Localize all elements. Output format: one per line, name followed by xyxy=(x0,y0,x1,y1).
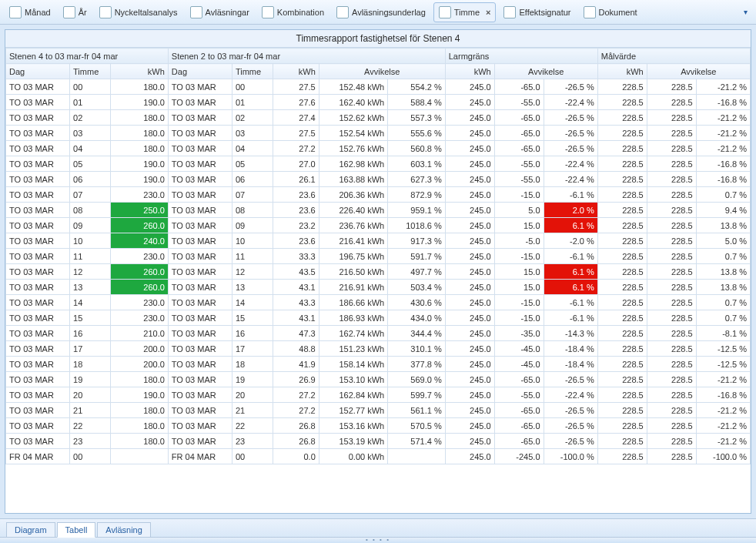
cell: TO 03 MAR xyxy=(6,203,70,218)
cell: -18.4 % xyxy=(544,357,597,372)
report-panel: Timmesrapport fastighetsel för Stenen 4 … xyxy=(5,29,751,514)
col-timme[interactable]: Timme xyxy=(70,64,111,79)
cell: 245.0 xyxy=(445,403,494,418)
cell: TO 03 MAR xyxy=(168,280,232,295)
col-kwh3[interactable]: kWh xyxy=(445,64,494,79)
table-row[interactable]: TO 03 MAR01190.0TO 03 MAR0127.6162.40 kW… xyxy=(6,95,751,110)
group-header-larmgrans[interactable]: Larmgräns xyxy=(445,49,597,64)
table-row[interactable]: TO 03 MAR13260.0TO 03 MAR1343.1216.91 kW… xyxy=(6,280,751,295)
cell: 152.76 kWh xyxy=(319,141,387,156)
table-row[interactable]: TO 03 MAR08250.0TO 03 MAR0823.6226.40 kW… xyxy=(6,203,751,218)
table-row[interactable]: TO 03 MAR17200.0TO 03 MAR1748.8151.23 kW… xyxy=(6,341,751,357)
table-row[interactable]: TO 03 MAR02180.0TO 03 MAR0227.4152.62 kW… xyxy=(6,110,751,126)
data-grid[interactable]: Stenen 4 to 03 mar-fr 04 mar Stenen 2 to… xyxy=(5,48,751,513)
col-kwh[interactable]: kWh xyxy=(111,64,169,79)
top-toolbar: MånadÅrNyckeltalsanalysAvläsningarKombin… xyxy=(0,0,756,25)
group-header-malvarde[interactable]: Målvärde xyxy=(597,49,750,64)
cell: 43.1 xyxy=(273,310,319,326)
cell: 43.1 xyxy=(273,280,319,295)
col-avvik2[interactable]: Avvikelse xyxy=(319,64,445,79)
group-header-stenen2[interactable]: Stenen 2 to 03 mar-fr 04 mar xyxy=(168,49,445,64)
dok-icon xyxy=(584,6,596,18)
toolbar-ar-button[interactable]: År xyxy=(59,2,92,22)
table-row[interactable]: TO 03 MAR22180.0TO 03 MAR2226.8153.16 kW… xyxy=(6,418,751,434)
cell: 27.5 xyxy=(273,126,319,141)
cell: TO 03 MAR xyxy=(6,434,70,449)
cell: 33.3 xyxy=(273,249,319,264)
col-avvik3[interactable]: Avvikelse xyxy=(494,64,597,79)
cell: 228.5 xyxy=(597,126,647,141)
table-row[interactable]: TO 03 MAR19180.0TO 03 MAR1926.9153.10 kW… xyxy=(6,372,751,387)
tab-tabell[interactable]: Tabell xyxy=(57,522,96,538)
toolbar-manad-button[interactable]: Månad xyxy=(5,2,55,22)
group-header-stenen4[interactable]: Stenen 4 to 03 mar-fr 04 mar xyxy=(6,49,169,64)
toolbar-dok-button[interactable]: Dokument xyxy=(579,2,642,22)
cell: 250.0 xyxy=(111,203,169,218)
toolbar-komb-button[interactable]: Kombination xyxy=(257,2,329,22)
cell: -8.1 % xyxy=(696,326,750,341)
tab-diagram[interactable]: Diagram xyxy=(6,522,55,537)
table-row[interactable]: TO 03 MAR06190.0TO 03 MAR0626.1163.88 kW… xyxy=(6,172,751,187)
cell: 186.66 kWh xyxy=(319,295,387,310)
table-row[interactable]: TO 03 MAR00180.0TO 03 MAR0027.5152.48 kW… xyxy=(6,79,751,95)
cell: 560.8 % xyxy=(388,141,446,156)
cell: 12 xyxy=(232,264,273,280)
cell: -100.0 % xyxy=(544,449,597,464)
cell: 245.0 xyxy=(445,341,494,357)
toolbar-timme-button[interactable]: Timme× xyxy=(433,2,497,22)
toolbar-avlas-button[interactable]: Avläsningar xyxy=(186,2,254,22)
table-row[interactable]: TO 03 MAR05190.0TO 03 MAR0527.0162.98 kW… xyxy=(6,156,751,172)
close-icon[interactable]: × xyxy=(486,8,490,17)
table-row[interactable]: TO 03 MAR21180.0TO 03 MAR2127.2152.77 kW… xyxy=(6,403,751,418)
table-row[interactable]: TO 03 MAR09260.0TO 03 MAR0923.2236.76 kW… xyxy=(6,218,751,233)
cell: 18 xyxy=(232,357,273,372)
cell: TO 03 MAR xyxy=(6,387,70,403)
table-row[interactable]: TO 03 MAR16210.0TO 03 MAR1647.3162.74 kW… xyxy=(6,326,751,341)
table-row[interactable]: TO 03 MAR23180.0TO 03 MAR2326.8153.19 kW… xyxy=(6,434,751,449)
col-timme2[interactable]: Timme xyxy=(232,64,273,79)
cell: 228.5 xyxy=(597,187,647,203)
toolbar-overflow-button[interactable] xyxy=(739,2,751,22)
cell: 5.0 xyxy=(494,203,544,218)
table-row[interactable]: TO 03 MAR03180.0TO 03 MAR0327.5152.54 kW… xyxy=(6,126,751,141)
cell: TO 03 MAR xyxy=(6,218,70,233)
cell: TO 03 MAR xyxy=(6,403,70,418)
cell: 05 xyxy=(232,156,273,172)
cell: 557.3 % xyxy=(388,110,446,126)
col-kwh4[interactable]: kWh xyxy=(597,64,647,79)
toolbar-label: Dokument xyxy=(599,8,637,17)
table-row[interactable]: TO 03 MAR18200.0TO 03 MAR1841.9158.14 kW… xyxy=(6,357,751,372)
table-row[interactable]: FR 04 MAR00FR 04 MAR000.00.00 kWh245.0-2… xyxy=(6,449,751,464)
cell: 1018.6 % xyxy=(388,218,446,233)
cell: 569.0 % xyxy=(388,372,446,387)
table-row[interactable]: TO 03 MAR07230.0TO 03 MAR0723.6206.36 kW… xyxy=(6,187,751,203)
col-dag2[interactable]: Dag xyxy=(168,64,232,79)
cell: 23.6 xyxy=(273,187,319,203)
table-row[interactable]: TO 03 MAR14230.0TO 03 MAR1443.3186.66 kW… xyxy=(6,295,751,310)
cell: TO 03 MAR xyxy=(6,187,70,203)
cell: 0.7 % xyxy=(696,295,750,310)
table-row[interactable]: TO 03 MAR11230.0TO 03 MAR1133.3196.75 kW… xyxy=(6,249,751,264)
toolbar-nyckel-button[interactable]: Nyckeltalsanalys xyxy=(95,2,182,22)
toolbar-avlund-button[interactable]: Avläsningsunderlag xyxy=(332,2,430,22)
table-row[interactable]: TO 03 MAR15230.0TO 03 MAR1543.1186.93 kW… xyxy=(6,310,751,326)
cell: 0.00 kWh xyxy=(319,449,387,464)
cell: 02 xyxy=(232,110,273,126)
table-row[interactable]: TO 03 MAR04180.0TO 03 MAR0427.2152.76 kW… xyxy=(6,141,751,156)
cell: 627.3 % xyxy=(388,172,446,187)
col-dag[interactable]: Dag xyxy=(6,64,70,79)
toolbar-effekt-button[interactable]: Effektsignatur xyxy=(499,2,575,22)
cell: 14 xyxy=(70,295,111,310)
cell: 163.88 kWh xyxy=(319,172,387,187)
table-row[interactable]: TO 03 MAR12260.0TO 03 MAR1243.5216.50 kW… xyxy=(6,264,751,280)
col-kwh2[interactable]: kWh xyxy=(273,64,319,79)
tab-avlasning[interactable]: Avläsning xyxy=(97,522,151,537)
toolbar-label: Månad xyxy=(25,8,51,17)
col-avvik4[interactable]: Avvikelse xyxy=(647,64,750,79)
table-row[interactable]: TO 03 MAR20190.0TO 03 MAR2027.2162.84 kW… xyxy=(6,387,751,403)
toolbar-label: Kombination xyxy=(277,8,324,17)
cell: -55.0 xyxy=(494,172,544,187)
cell: 12 xyxy=(70,264,111,280)
table-row[interactable]: TO 03 MAR10240.0TO 03 MAR1023.6216.41 kW… xyxy=(6,233,751,249)
cell: -18.4 % xyxy=(544,341,597,357)
